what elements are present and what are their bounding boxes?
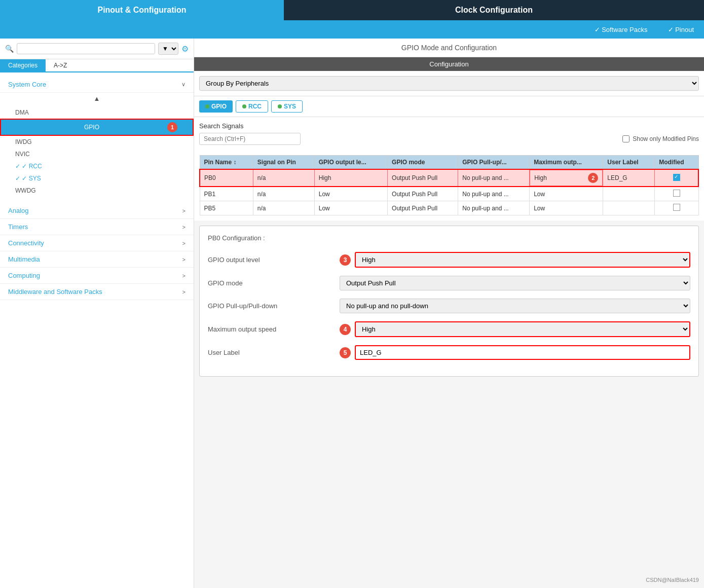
config-select-mode[interactable]: Output Push Pull bbox=[340, 276, 690, 290]
tab-sys[interactable]: SYS bbox=[271, 100, 303, 113]
config-select-output-level[interactable]: High Low bbox=[355, 252, 690, 268]
clock-configuration-header: Clock Configuration bbox=[284, 0, 704, 20]
cell-signal: n/a bbox=[253, 201, 314, 215]
show-modified-checkbox[interactable] bbox=[622, 135, 629, 142]
cell-user-label: LED_G bbox=[603, 169, 655, 187]
col-gpio-mode[interactable]: GPIO mode bbox=[388, 156, 458, 170]
search-signals-input[interactable] bbox=[199, 133, 301, 145]
badge-3: 3 bbox=[340, 254, 351, 266]
software-packs-button[interactable]: ✓ Software Packs bbox=[595, 26, 648, 33]
collapse-arrow[interactable]: ▲ bbox=[0, 93, 194, 104]
table-row[interactable]: PB0 n/a High Output Push Pull No pull-up… bbox=[200, 169, 698, 187]
tab-categories[interactable]: Categories bbox=[0, 59, 46, 71]
sidebar-category-connectivity[interactable]: Connectivity > bbox=[0, 235, 194, 251]
sub-header: ✓ Software Packs ✓ Pinout bbox=[0, 20, 704, 39]
cell-mode: Output Push Pull bbox=[388, 201, 458, 215]
sidebar-item-dma[interactable]: DMA bbox=[0, 106, 194, 119]
col-modified[interactable]: Modified bbox=[655, 156, 698, 170]
config-select-pull-wrap: No pull-up and no pull-down bbox=[340, 299, 690, 313]
cell-pin-name: PB0 bbox=[200, 169, 253, 187]
sidebar-category-middleware[interactable]: Middleware and Software Packs > bbox=[0, 284, 194, 300]
col-pin-name[interactable]: Pin Name ↕ bbox=[200, 156, 253, 170]
badge-4: 4 bbox=[340, 324, 351, 335]
cell-mode: Output Push Pull bbox=[388, 169, 458, 187]
config-label-user-label: User Label bbox=[208, 349, 340, 356]
search-dropdown[interactable]: ▼ bbox=[158, 43, 178, 55]
col-max-speed[interactable]: Maximum outp... bbox=[530, 156, 603, 170]
cell-pull: No pull-up and ... bbox=[458, 201, 530, 215]
sidebar-category-computing[interactable]: Computing > bbox=[0, 268, 194, 284]
sidebar-item-iwdg[interactable]: IWDG bbox=[0, 136, 194, 148]
chevron-right-icon: > bbox=[182, 224, 186, 230]
cell-signal: n/a bbox=[253, 187, 314, 201]
sidebar-category-analog[interactable]: Analog > bbox=[0, 203, 194, 219]
chevron-right-icon: > bbox=[182, 289, 186, 295]
config-select-pull[interactable]: No pull-up and no pull-down bbox=[340, 299, 690, 313]
config-input-user-label[interactable] bbox=[355, 345, 690, 360]
sidebar-item-gpio[interactable]: GPIO 1 bbox=[0, 119, 194, 136]
content-title: GPIO Mode and Configuration bbox=[194, 39, 704, 57]
pinout-button[interactable]: ✓ Pinout bbox=[668, 26, 694, 33]
tab-a-to-z[interactable]: A->Z bbox=[46, 59, 75, 71]
badge-5: 5 bbox=[340, 347, 351, 358]
sidebar-item-rcc[interactable]: ✓ RCC bbox=[0, 160, 194, 172]
sidebar-category-multimedia[interactable]: Multimedia > bbox=[0, 251, 194, 268]
config-row-output-level: GPIO output level 3 High Low bbox=[208, 252, 690, 268]
config-input-user-label-wrap: 5 bbox=[340, 345, 690, 360]
gpio-table-wrap: Pin Name ↕ Signal on Pin GPIO output le.… bbox=[194, 150, 704, 220]
col-pull[interactable]: GPIO Pull-up/... bbox=[458, 156, 530, 170]
show-modified-wrap: Show only Modified Pins bbox=[622, 135, 699, 142]
sidebar-category-timers[interactable]: Timers > bbox=[0, 219, 194, 235]
cell-modified bbox=[655, 201, 698, 215]
tab-gpio[interactable]: GPIO bbox=[199, 100, 233, 113]
group-by-select[interactable]: Group By Peripherals bbox=[199, 76, 699, 91]
cell-output-level: High bbox=[314, 169, 387, 187]
gpio-tabs: GPIO RCC SYS bbox=[194, 96, 704, 117]
table-row[interactable]: PB5 n/a Low Output Push Pull No pull-up … bbox=[200, 201, 698, 215]
config-select-mode-wrap: Output Push Pull bbox=[340, 276, 690, 290]
table-row[interactable]: PB1 n/a Low Output Push Pull No pull-up … bbox=[200, 187, 698, 201]
checkbox-checked-icon bbox=[673, 174, 680, 181]
settings-icon[interactable]: ⚙ bbox=[181, 44, 189, 54]
pb0-badge: 2 bbox=[588, 173, 598, 183]
group-by-wrap: Group By Peripherals bbox=[194, 71, 704, 96]
config-select-max-speed[interactable]: High Low Medium bbox=[355, 321, 690, 337]
sys-dot bbox=[278, 104, 282, 108]
tab-rcc[interactable]: RCC bbox=[236, 100, 268, 113]
config-select-max-speed-wrap: 4 High Low Medium bbox=[340, 321, 690, 337]
sidebar-search-bar: 🔍 ▼ ⚙ bbox=[0, 39, 194, 59]
chevron-down-icon: ∨ bbox=[181, 81, 186, 88]
content-area: GPIO Mode and Configuration Configuratio… bbox=[194, 39, 704, 588]
col-signal[interactable]: Signal on Pin bbox=[253, 156, 314, 170]
clock-title: Clock Configuration bbox=[455, 6, 533, 15]
cell-modified bbox=[655, 187, 698, 201]
gpio-table: Pin Name ↕ Signal on Pin GPIO output le.… bbox=[199, 155, 699, 215]
sidebar: 🔍 ▼ ⚙ Categories A->Z System Core ∨ ▲ bbox=[0, 39, 194, 588]
sidebar-item-sys[interactable]: ✓ SYS bbox=[0, 172, 194, 185]
chevron-right-icon: > bbox=[182, 240, 186, 246]
sidebar-section-system-core: System Core ∨ ▲ DMA GPIO 1 IWDG NVIC ✓ R… bbox=[0, 72, 194, 203]
col-user-label[interactable]: User Label bbox=[603, 156, 655, 170]
config-select-output-level-wrap: 3 High Low bbox=[340, 252, 690, 268]
search-signals-label: Search Signals bbox=[199, 122, 699, 130]
cell-max-speed: High 2 bbox=[530, 170, 603, 186]
cell-max-speed: Low bbox=[530, 201, 603, 215]
cell-max-speed: Low bbox=[530, 187, 603, 201]
chevron-right-icon: > bbox=[182, 208, 186, 214]
sidebar-category-system-core[interactable]: System Core ∨ bbox=[0, 77, 194, 93]
pb0-configuration: PB0 Configuration : GPIO output level 3 … bbox=[199, 226, 699, 377]
main-layout: 🔍 ▼ ⚙ Categories A->Z System Core ∨ ▲ bbox=[0, 39, 704, 588]
watermark: CSDN@NaIBlack419 bbox=[646, 577, 699, 583]
config-label-max-speed: Maximum output speed bbox=[208, 325, 340, 333]
sidebar-item-wwdg[interactable]: WWDG bbox=[0, 185, 194, 197]
config-row-mode: GPIO mode Output Push Pull bbox=[208, 276, 690, 290]
sidebar-search-input[interactable] bbox=[17, 43, 155, 54]
cell-pull: No pull-up and ... bbox=[458, 187, 530, 201]
chevron-right-icon: > bbox=[182, 256, 186, 263]
config-row-user-label: User Label 5 bbox=[208, 345, 690, 360]
cell-user-label bbox=[603, 201, 655, 215]
col-output-level[interactable]: GPIO output le... bbox=[314, 156, 387, 170]
sidebar-item-nvic[interactable]: NVIC bbox=[0, 148, 194, 160]
cell-user-label bbox=[603, 187, 655, 201]
gpio-badge: 1 bbox=[167, 122, 177, 132]
